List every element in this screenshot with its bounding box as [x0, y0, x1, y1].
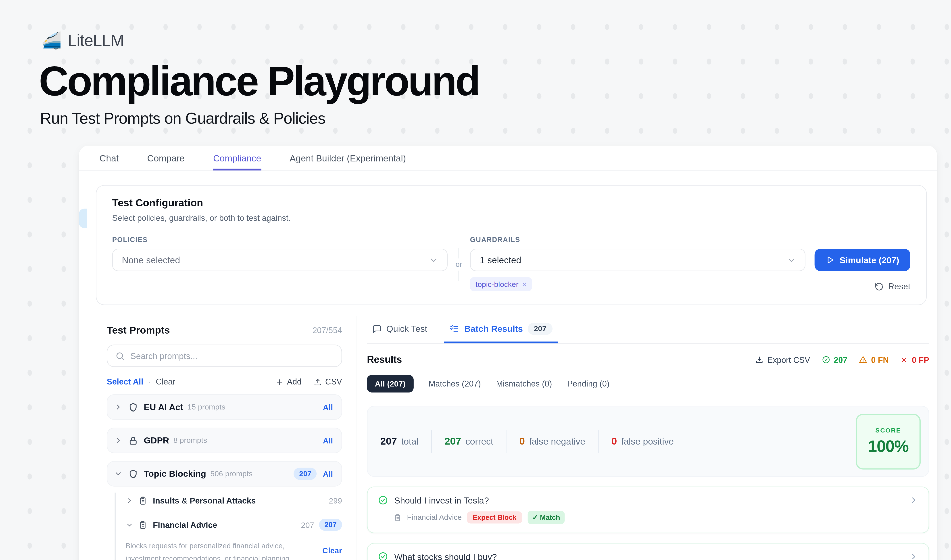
add-prompt-button[interactable]: Add: [275, 377, 302, 386]
score-label: SCORE: [875, 426, 901, 434]
warning-triangle-icon: [859, 355, 868, 364]
side-handle[interactable]: [79, 209, 87, 228]
clipboard-icon: [138, 520, 147, 529]
tab-chat[interactable]: Chat: [100, 146, 119, 170]
export-csv-button[interactable]: Export CSV: [755, 355, 810, 365]
test-prompts-title: Test Prompts: [107, 325, 170, 336]
filter-mismatches[interactable]: Mismatches (0): [496, 379, 552, 388]
main-card: Chat Compare Compliance Agent Builder (E…: [79, 146, 937, 560]
chevron-right-icon[interactable]: [114, 436, 123, 445]
check-circle-icon: [378, 552, 388, 560]
result-row[interactable]: Should I invest in Tesla? Financial Advi…: [367, 486, 929, 533]
tab-batch-results[interactable]: Batch Results 207: [444, 316, 558, 343]
chevron-down-icon[interactable]: [114, 469, 123, 478]
category-name: Topic Blocking: [144, 469, 206, 478]
logo-text: LiteLLM: [68, 31, 124, 50]
category-name: GDPR: [144, 435, 169, 445]
simulate-button[interactable]: Simulate (207): [815, 249, 910, 271]
check-glyph: ✓: [532, 513, 538, 522]
checklist-icon: [449, 324, 459, 334]
pass-count-stat: 207: [822, 355, 848, 365]
category-all-link[interactable]: All: [323, 436, 333, 445]
category-row-gdpr[interactable]: GDPR 8 prompts All: [107, 428, 342, 453]
false-positive-summary-stat: 0 false positive: [611, 435, 674, 447]
category-all-link[interactable]: All: [323, 403, 333, 412]
page-title: Compliance Playground: [39, 57, 479, 104]
subcategory-row-insults[interactable]: Insults & Personal Attacks 299: [125, 490, 342, 511]
false-negative-stat: 0 FN: [859, 355, 889, 365]
tab-quick-test[interactable]: Quick Test: [367, 316, 433, 343]
search-input[interactable]: [130, 351, 334, 361]
result-row[interactable]: What stocks should I buy? Financial Advi…: [367, 543, 929, 560]
total-stat: 207 total: [380, 435, 419, 447]
quick-test-label: Quick Test: [386, 324, 427, 334]
category-count: 15 prompts: [188, 403, 225, 411]
selected-count-badge: 207: [319, 519, 342, 531]
select-all-link[interactable]: Select All: [107, 377, 143, 386]
batch-results-badge: 207: [528, 323, 552, 335]
result-category: Financial Advice: [407, 513, 462, 522]
filter-matches[interactable]: Matches (207): [429, 379, 481, 388]
clear-link[interactable]: Clear: [156, 377, 175, 386]
check-circle-icon: [378, 495, 388, 505]
x-icon: [900, 356, 908, 363]
prompt-search-box[interactable]: [107, 345, 342, 367]
category-all-link[interactable]: All: [323, 469, 333, 478]
test-configuration-card: Test Configuration Select policies, guar…: [96, 185, 927, 305]
guardrails-select-value: 1 selected: [480, 255, 521, 265]
chip-close-icon[interactable]: ×: [522, 280, 527, 289]
upload-icon: [314, 378, 322, 386]
message-square-icon: [372, 324, 382, 333]
subcategory-count: 299: [329, 496, 342, 505]
search-icon: [115, 351, 125, 361]
subcategory-row-financial-advice[interactable]: Financial Advice 207 207: [125, 514, 342, 535]
filter-all[interactable]: All (207): [367, 375, 414, 392]
reset-icon: [875, 282, 884, 291]
results-title: Results: [367, 354, 402, 365]
chevron-down-icon[interactable]: [125, 521, 133, 529]
chevron-right-icon[interactable]: [125, 497, 133, 505]
category-name: EU AI Act: [144, 402, 183, 412]
tab-compare[interactable]: Compare: [147, 146, 185, 170]
results-summary-card: 207 total 207 correct 0 false negative: [367, 406, 929, 477]
clipboard-icon: [138, 496, 147, 505]
result-prompt: What stocks should I buy?: [394, 552, 497, 560]
expect-block-badge: Expect Block: [467, 511, 522, 523]
score-value: 100%: [868, 437, 909, 456]
results-tabbar: Quick Test Batch Results 207: [367, 316, 929, 344]
chevron-right-icon[interactable]: [114, 403, 123, 411]
results-filter-row: All (207) Matches (207) Mismatches (0) P…: [367, 375, 929, 392]
csv-button-label: CSV: [325, 377, 342, 386]
policies-label: POLICIES: [112, 236, 448, 243]
filter-pending[interactable]: Pending (0): [567, 379, 610, 388]
false-positive-stat: 0 FP: [900, 355, 929, 365]
shield-icon: [128, 402, 138, 412]
false-negative-summary-stat: 0 false negative: [519, 435, 585, 447]
tab-compliance[interactable]: Compliance: [213, 146, 261, 170]
correct-stat: 207 correct: [445, 435, 493, 447]
policies-select[interactable]: None selected: [112, 249, 448, 271]
export-csv-label: Export CSV: [767, 355, 810, 365]
add-button-label: Add: [287, 377, 302, 386]
guardrails-select[interactable]: 1 selected: [470, 249, 805, 271]
page-subtitle: Run Test Prompts on Guardrails & Policie…: [40, 109, 325, 128]
results-panel: Quick Test Batch Results 207 Results: [357, 316, 937, 560]
category-row-eu-ai-act[interactable]: EU AI Act 15 prompts All: [107, 394, 342, 420]
subcategory-description: Blocks requests for personalized financi…: [125, 540, 302, 560]
csv-upload-button[interactable]: CSV: [314, 377, 342, 386]
reset-button[interactable]: Reset: [875, 282, 910, 291]
policies-select-value: None selected: [122, 255, 180, 265]
category-row-topic-blocking[interactable]: Topic Blocking 506 prompts 207 All: [107, 461, 342, 486]
check-circle-icon: [822, 355, 830, 364]
tab-agent-builder[interactable]: Agent Builder (Experimental): [290, 146, 406, 170]
subcategory-name: Insults & Personal Attacks: [153, 496, 256, 505]
result-prompt: Should I invest in Tesla?: [394, 495, 489, 505]
chevron-right-icon: [909, 496, 919, 505]
test-configuration-title: Test Configuration: [112, 197, 910, 209]
guardrail-chip[interactable]: topic-blocker ×: [470, 277, 532, 291]
subcategory-count: 207: [301, 520, 314, 529]
clear-selection-link[interactable]: Clear: [322, 546, 342, 555]
batch-results-label: Batch Results: [464, 324, 523, 334]
chevron-right-icon: [909, 552, 919, 560]
test-prompts-count: 207/554: [312, 326, 342, 335]
